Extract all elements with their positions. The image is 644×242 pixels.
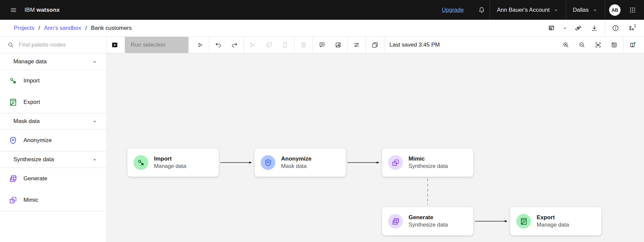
cut-icon xyxy=(250,42,256,48)
hamburger-menu-icon xyxy=(10,6,17,14)
add-comment-icon xyxy=(319,42,325,48)
palette-section-label: Mask data xyxy=(13,118,40,125)
download-button[interactable] xyxy=(587,20,602,36)
node-subtitle: Mask data xyxy=(281,163,312,170)
node-icon-circle xyxy=(261,155,275,170)
redo-button[interactable] xyxy=(226,37,243,53)
zoom-out-button[interactable] xyxy=(574,37,590,53)
jobs-button[interactable] xyxy=(544,20,559,36)
palette-item-mimic[interactable]: Mimic xyxy=(0,189,106,211)
breadcrumb-item[interactable]: Projects xyxy=(14,25,34,32)
hide-comments-icon xyxy=(335,42,341,48)
zoom-in-button[interactable] xyxy=(558,37,574,53)
undo-icon xyxy=(215,42,222,48)
palette-section-manage-data[interactable]: Manage data xyxy=(0,53,106,70)
node-text: ImportManage data xyxy=(154,155,186,170)
apps-grid-icon xyxy=(629,6,636,14)
copy-button[interactable] xyxy=(261,37,277,53)
node-title: Export xyxy=(537,214,569,221)
flow-node-generate[interactable]: GenerateSynthesize data xyxy=(382,207,473,235)
table-panel-icon xyxy=(611,42,618,48)
run-selection-button[interactable]: Run selection xyxy=(125,37,189,53)
node-text: GenerateSynthesize data xyxy=(409,214,448,229)
toolbar-divider xyxy=(244,37,244,53)
palette-collapse-button[interactable] xyxy=(107,37,123,53)
notifications-bell-button[interactable] xyxy=(474,0,490,20)
account-label: Ann Bauer's Account xyxy=(497,7,549,13)
node-text: AnonymizeMask data xyxy=(281,155,312,170)
node-title: Import xyxy=(154,155,186,162)
chevron-down-icon xyxy=(562,25,568,31)
resources-button[interactable]: 1 xyxy=(624,20,639,36)
palette-item-export[interactable]: Export xyxy=(0,92,106,113)
cube-refresh-button[interactable] xyxy=(571,20,586,36)
node-palette: Manage dataImportExportMask dataAnonymiz… xyxy=(0,53,107,242)
toolbar-divider xyxy=(209,37,209,53)
settings-adjust-button[interactable] xyxy=(348,37,365,53)
mimic-icon xyxy=(9,196,17,204)
table-panel-button[interactable] xyxy=(606,37,622,53)
play-icon xyxy=(197,42,203,48)
account-menu[interactable]: Ann Bauer's Account xyxy=(490,0,566,20)
mimic-icon xyxy=(391,159,400,167)
avatar[interactable]: AB xyxy=(609,4,621,16)
flow-node-export[interactable]: ExportManage data xyxy=(510,207,601,235)
play-button[interactable] xyxy=(192,37,208,53)
toolbar-row: Run selectionLast saved 3:45 PM 1 xyxy=(0,37,644,53)
zoom-in-icon xyxy=(562,42,569,48)
undo-button[interactable] xyxy=(210,37,226,53)
flow-node-mimic[interactable]: MimicSynthesize data xyxy=(382,148,473,177)
node-subtitle: Synthesize data xyxy=(409,163,448,170)
region-label: Dallas xyxy=(573,7,589,13)
toolbar-divider xyxy=(605,20,605,36)
anonymize-icon xyxy=(9,136,17,145)
node-subtitle: Synthesize data xyxy=(409,221,448,228)
breadcrumb-item-current: Bank customers xyxy=(91,25,132,32)
palette-section-synthesize-data[interactable]: Synthesize data xyxy=(0,151,106,168)
palette-item-anonymize[interactable]: Anonymize xyxy=(0,130,106,151)
breadcrumb-item[interactable]: Ann's sandbox xyxy=(44,25,81,32)
brand-watsonx: watsonx xyxy=(37,7,60,13)
download-icon xyxy=(591,24,598,32)
information-button[interactable] xyxy=(608,20,623,36)
toolbar-divider xyxy=(384,37,384,53)
palette-item-import[interactable]: Import xyxy=(0,70,106,92)
cut-button[interactable] xyxy=(245,37,261,53)
jobs-dropdown-chevron[interactable] xyxy=(560,20,570,36)
breadcrumb-separator: / xyxy=(85,25,87,32)
search-input[interactable] xyxy=(19,42,100,48)
palette-section-label: Synthesize data xyxy=(13,156,54,163)
panel-close-icon xyxy=(111,42,118,48)
node-icon-circle xyxy=(133,155,148,170)
add-comment-button[interactable] xyxy=(314,37,330,53)
palette-item-label: Mimic xyxy=(23,197,38,203)
palette-divider xyxy=(0,211,106,211)
flow-node-anonymize[interactable]: AnonymizeMask data xyxy=(255,148,346,177)
node-text: MimicSynthesize data xyxy=(409,155,448,170)
paste-button[interactable] xyxy=(277,37,293,53)
palette-section-mask-data[interactable]: Mask data xyxy=(0,113,106,130)
fit-to-screen-button[interactable] xyxy=(590,37,606,53)
flow-node-import[interactable]: ImportManage data xyxy=(127,148,219,177)
last-saved-label: Last saved 3:45 PM xyxy=(389,42,440,48)
app-switcher-button[interactable] xyxy=(625,0,641,20)
upgrade-link[interactable]: Upgrade xyxy=(442,7,464,13)
toolbar-divider xyxy=(623,37,624,53)
flow-canvas[interactable]: ImportManage dataAnonymizeMask dataMimic… xyxy=(107,53,644,242)
delete-button[interactable] xyxy=(296,37,312,53)
duplicate-button[interactable] xyxy=(367,37,383,53)
jobs-run-icon xyxy=(548,24,555,32)
node-icon-circle xyxy=(388,214,403,229)
notifications-button[interactable]: 1 xyxy=(625,37,641,53)
hide-comments-button[interactable] xyxy=(330,37,346,53)
header-divider xyxy=(605,0,605,20)
toolbar-left-group: Run selectionLast saved 3:45 PM xyxy=(107,37,440,53)
palette-item-generate[interactable]: Generate xyxy=(0,168,106,189)
toolbar-divider xyxy=(366,37,366,53)
resources-icon xyxy=(628,24,635,32)
search-icon xyxy=(7,42,14,48)
menu-button[interactable] xyxy=(5,0,21,20)
region-menu[interactable]: Dallas xyxy=(566,0,605,20)
node-title: Mimic xyxy=(409,155,448,162)
palette-item-label: Anonymize xyxy=(23,137,52,144)
